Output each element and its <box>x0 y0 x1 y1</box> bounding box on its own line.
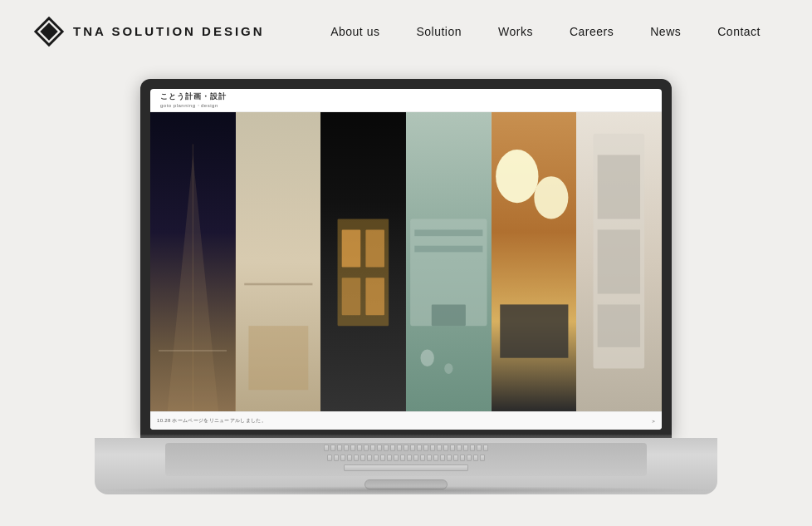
site-footer-bar: 10.28 ホームページをリニューアルしました。 > <box>150 411 662 430</box>
key <box>374 455 379 461</box>
svg-rect-15 <box>414 229 482 236</box>
key <box>334 455 339 461</box>
key <box>340 455 345 461</box>
key <box>410 445 415 451</box>
laptop-screen-bezel: ことう計画・設計 goto planning・design <box>140 79 672 436</box>
key <box>397 445 402 451</box>
svg-rect-27 <box>598 229 640 293</box>
site-footer-arrow: > <box>652 419 655 424</box>
nav-solution[interactable]: Solution <box>398 25 480 38</box>
key <box>330 445 335 451</box>
key <box>477 445 482 451</box>
key <box>357 445 362 451</box>
key <box>450 445 455 451</box>
keyboard-area <box>165 443 647 476</box>
site-image-grid <box>150 112 662 411</box>
nav-news[interactable]: News <box>632 25 699 38</box>
key <box>400 455 405 461</box>
key <box>390 445 395 451</box>
site-displayed-logo: ことう計画・設計 goto planning・design <box>160 91 227 110</box>
key <box>364 445 369 451</box>
key <box>367 455 372 461</box>
laptop-mockup: ことう計画・設計 goto planning・design <box>95 79 717 511</box>
site-image-3 <box>320 112 406 411</box>
key <box>347 455 352 461</box>
key <box>327 455 332 461</box>
key <box>453 455 458 461</box>
key <box>407 455 412 461</box>
key <box>423 445 428 451</box>
key <box>370 445 375 451</box>
key <box>440 455 445 461</box>
svg-rect-28 <box>598 304 640 347</box>
site-logo-main: ことう計画・設計 <box>160 91 227 102</box>
svg-point-19 <box>444 363 452 374</box>
site-displayed-header: ことう計画・設計 goto planning・design <box>150 89 662 112</box>
svg-rect-16 <box>414 246 482 253</box>
key <box>417 445 422 451</box>
key <box>443 445 448 451</box>
key <box>433 455 438 461</box>
key <box>463 445 468 451</box>
key <box>380 455 385 461</box>
key-row-3 <box>165 463 647 473</box>
svg-rect-23 <box>500 304 568 357</box>
site-image-2 <box>236 112 321 411</box>
key <box>480 455 485 461</box>
nav-works[interactable]: Works <box>480 25 551 38</box>
key <box>437 445 442 451</box>
key-row-1 <box>165 443 647 453</box>
site-header: TNA SOLUTION DESIGN About us Solution Wo… <box>0 0 812 62</box>
key <box>467 455 472 461</box>
key <box>473 455 478 461</box>
svg-rect-5 <box>244 283 312 286</box>
site-logo-sub: goto planning・design <box>160 102 227 110</box>
svg-point-21 <box>496 150 538 203</box>
site-image-1 <box>150 112 236 411</box>
key <box>377 445 382 451</box>
svg-rect-9 <box>342 229 361 267</box>
logo-area: TNA SOLUTION DESIGN <box>33 16 265 47</box>
svg-point-22 <box>534 176 568 219</box>
site-footer-text: 10.28 ホームページをリニューアルしました。 <box>157 417 267 425</box>
key <box>430 445 435 451</box>
main-content: ことう計画・設計 goto planning・design <box>0 62 812 511</box>
key <box>420 455 425 461</box>
key <box>460 455 465 461</box>
key <box>447 455 452 461</box>
svg-rect-26 <box>598 155 640 219</box>
nav-contact[interactable]: Contact <box>699 25 779 38</box>
key <box>427 455 432 461</box>
svg-rect-12 <box>366 278 385 315</box>
key <box>483 445 488 451</box>
key <box>394 455 399 461</box>
laptop-screen: ことう計画・設計 goto planning・design <box>150 89 662 430</box>
key <box>404 445 408 451</box>
spacebar-key <box>344 465 468 471</box>
key <box>470 445 475 451</box>
site-image-5 <box>492 112 577 411</box>
key <box>387 455 392 461</box>
site-image-4 <box>406 112 492 411</box>
svg-rect-17 <box>432 304 466 326</box>
svg-rect-11 <box>342 278 361 315</box>
svg-point-18 <box>420 349 433 366</box>
logo-icon <box>33 16 65 47</box>
key <box>457 445 462 451</box>
main-nav: About us Solution Works Careers News Con… <box>312 25 779 38</box>
site-image-6 <box>576 112 662 411</box>
key <box>384 445 389 451</box>
key <box>413 455 418 461</box>
key <box>344 445 349 451</box>
logo-text: TNA SOLUTION DESIGN <box>73 24 265 38</box>
key <box>354 455 359 461</box>
svg-rect-6 <box>248 326 308 390</box>
key <box>337 445 342 451</box>
key-row-2 <box>165 453 647 463</box>
nav-careers[interactable]: Careers <box>551 25 632 38</box>
svg-rect-10 <box>366 229 385 267</box>
key <box>350 445 355 451</box>
laptop-shadow <box>90 486 722 494</box>
key <box>324 445 329 451</box>
nav-about[interactable]: About us <box>312 25 398 38</box>
